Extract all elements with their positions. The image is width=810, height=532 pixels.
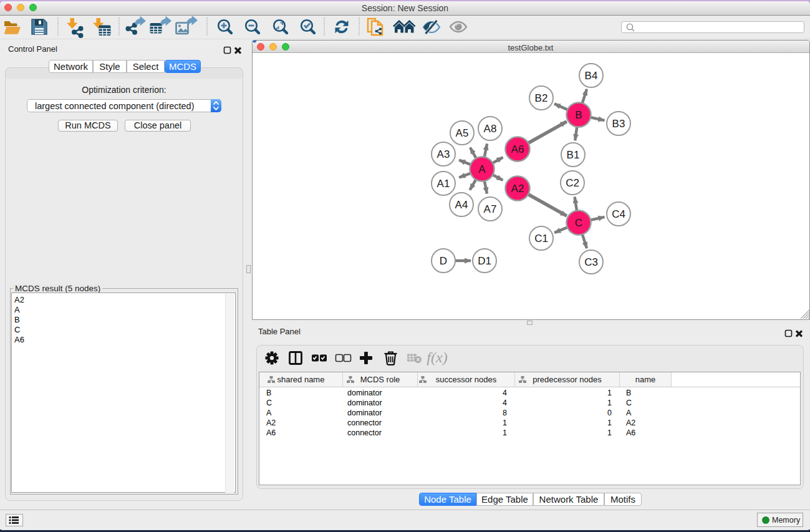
svg-text:B1: B1 xyxy=(567,149,580,161)
svg-text:A: A xyxy=(478,163,486,175)
svg-text:C1: C1 xyxy=(534,233,548,244)
svg-text:D1: D1 xyxy=(478,255,491,267)
svg-text:C4: C4 xyxy=(612,208,625,220)
svg-text:A1: A1 xyxy=(437,178,450,190)
svg-text:A5: A5 xyxy=(456,127,469,139)
svg-text:B: B xyxy=(575,109,582,121)
svg-text:B2: B2 xyxy=(535,92,548,104)
svg-text:f(x): f(x) xyxy=(427,349,447,365)
svg-text:A8: A8 xyxy=(484,123,497,135)
svg-text:B4: B4 xyxy=(585,70,598,82)
svg-text:A4: A4 xyxy=(455,199,468,211)
svg-text:C: C xyxy=(575,217,582,229)
svg-text:D: D xyxy=(440,255,447,267)
svg-text:B3: B3 xyxy=(612,118,625,130)
svg-text:C2: C2 xyxy=(566,177,579,189)
svg-text:A3: A3 xyxy=(437,148,450,160)
svg-text:A6: A6 xyxy=(511,143,524,155)
svg-text:A2: A2 xyxy=(511,183,524,195)
svg-text:A7: A7 xyxy=(484,203,497,215)
svg-text:C3: C3 xyxy=(584,256,598,268)
